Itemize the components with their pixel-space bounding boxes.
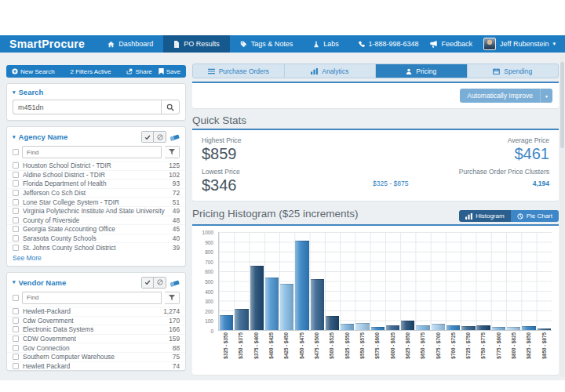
brand-logo[interactable]: SmartProcure [0, 38, 97, 50]
checkbox[interactable] [13, 295, 19, 301]
filter-list-item[interactable]: Virginia Polytechnic Institute And State… [7, 206, 185, 216]
checkbox[interactable] [13, 172, 19, 178]
scrollbar[interactable] [560, 54, 564, 377]
filter-list-item[interactable]: Electronic Data Systems166 [7, 325, 185, 334]
checkbox[interactable] [13, 149, 19, 155]
histogram-bar[interactable] [401, 321, 414, 331]
toggle-pie-chart[interactable]: Pie Chart [511, 210, 559, 222]
vendor-filter-button[interactable] [165, 292, 180, 304]
histogram-bar[interactable] [461, 326, 475, 330]
histogram-bar[interactable] [386, 325, 399, 330]
filter-list-item[interactable]: St. Johns County School District39 [7, 242, 185, 252]
checkbox[interactable] [13, 180, 19, 187]
filter-list-item[interactable]: Gov Connection88 [7, 343, 185, 352]
histogram-bar[interactable] [311, 279, 324, 330]
tab-analytics[interactable]: Analytics [284, 64, 376, 78]
checkbox[interactable] [13, 363, 19, 369]
checkbox[interactable] [13, 162, 19, 169]
histogram-bar[interactable] [447, 325, 460, 330]
histogram-bar[interactable] [522, 326, 535, 330]
filter-list-item[interactable]: Florida Department of Health93 [7, 179, 185, 188]
scrollbar-thumb[interactable] [560, 62, 564, 148]
checkbox[interactable] [13, 245, 19, 251]
filter-list-item[interactable]: Hewlett-Packard1,274 [7, 307, 185, 316]
histogram-bar[interactable] [235, 309, 248, 331]
histogram-bar[interactable] [355, 323, 369, 330]
phone-link[interactable]: 1-888-998-6348 [358, 40, 419, 48]
filter-item-count: 170 [169, 317, 180, 325]
filter-list-item[interactable]: Houston School District - TDIR125 [7, 161, 185, 170]
clear-filter-eraser-icon[interactable] [170, 132, 180, 141]
histogram-bar[interactable] [326, 316, 339, 330]
filter-list-item[interactable]: Jefferson Co Sch Dist72 [7, 188, 185, 198]
nav-item-dashboard[interactable]: Dashboard [97, 35, 163, 53]
nav-item-label: Dashboard [118, 40, 153, 48]
histogram-bar[interactable] [507, 327, 520, 330]
filter-list-item[interactable]: Georgia State Accounting Office45 [7, 224, 185, 234]
nav-item-labs[interactable]: Labs [303, 35, 349, 53]
filter-list-item[interactable]: Aldine School District - TDIR102 [7, 170, 185, 180]
tab-pricing[interactable]: Pricing [375, 64, 467, 78]
checkbox[interactable] [13, 208, 19, 214]
nav-item-po-results[interactable]: PO Results [163, 35, 230, 53]
checkbox[interactable] [13, 326, 19, 332]
nav-item-tags-notes[interactable]: Tags & Notes [230, 35, 304, 53]
histogram-bar[interactable] [371, 327, 385, 330]
save-button[interactable]: Save [159, 68, 180, 75]
checkbox[interactable] [13, 318, 19, 324]
price-clusters-range-link[interactable]: $325 - $875 [373, 180, 408, 187]
agency-find-input[interactable] [22, 146, 162, 158]
filter-list-item[interactable]: Cdw Government170 [7, 316, 185, 325]
filter-list-item[interactable]: CDW Government159 [7, 334, 185, 343]
tab-spending[interactable]: Spending [467, 64, 559, 78]
histogram-bar[interactable] [341, 324, 354, 330]
histogram-header: Pricing Histogram ($25 increments) Histo… [192, 208, 559, 224]
exclude-button[interactable] [154, 278, 166, 288]
histogram-bar[interactable] [250, 266, 264, 330]
checkbox[interactable] [13, 199, 19, 205]
exclude-button[interactable] [154, 132, 166, 142]
share-button[interactable]: Share [126, 68, 151, 75]
search-panel-header[interactable]: ▾ Search [7, 84, 185, 100]
histogram-bar[interactable] [280, 284, 293, 330]
checkbox[interactable] [13, 190, 19, 196]
new-search-button[interactable]: New Search [12, 68, 55, 75]
checkbox[interactable] [13, 226, 19, 232]
checkbox[interactable] [13, 308, 19, 314]
histogram-bar[interactable] [492, 327, 505, 330]
vendor-find-input[interactable] [22, 292, 162, 304]
checkbox[interactable] [13, 336, 19, 342]
histogram-bar[interactable] [432, 324, 445, 330]
select-all-button[interactable] [142, 278, 154, 288]
toggle-histogram[interactable]: Histogram [459, 210, 510, 222]
histogram-bar[interactable] [416, 325, 429, 330]
auto-improve-button[interactable]: Automatically Improve ▾ [460, 89, 552, 103]
histogram-bar[interactable] [220, 315, 233, 330]
search-input[interactable] [13, 100, 161, 114]
checkbox[interactable] [13, 217, 19, 223]
user-menu[interactable]: Jeff Rubenstein ▾ [483, 38, 556, 50]
clear-filter-eraser-icon[interactable] [170, 278, 180, 287]
filter-list-item[interactable]: Lone Star College System - TDIR51 [7, 197, 185, 206]
search-submit-button[interactable] [161, 100, 180, 114]
filter-list-item[interactable]: Sarasota County Schools40 [7, 234, 185, 243]
filter-list-item[interactable]: County of Riverside48 [7, 216, 185, 225]
histogram-bar[interactable] [476, 325, 490, 330]
histogram-bar[interactable] [295, 241, 308, 330]
histogram-bar[interactable] [265, 278, 279, 331]
select-all-button[interactable] [142, 132, 154, 142]
agency-panel-header[interactable]: ▾ Agency Name [7, 127, 185, 146]
histogram-bar[interactable] [538, 328, 551, 330]
checkbox[interactable] [13, 235, 19, 241]
filter-list-item[interactable]: Southern Computer Warehouse75 [7, 352, 185, 361]
tab-purchase-orders[interactable]: Purchase Orders [193, 64, 284, 78]
checkbox[interactable] [13, 354, 19, 360]
chevron-down-icon[interactable]: ▾ [540, 89, 552, 103]
checkbox[interactable] [13, 345, 19, 351]
feedback-link[interactable]: Feedback [430, 40, 473, 48]
vendor-panel-header[interactable]: ▾ Vendor Name [7, 273, 185, 292]
agency-see-more-link[interactable]: See More [7, 252, 185, 266]
filter-item-label: Sarasota County Schools [23, 234, 97, 242]
filter-list-item[interactable]: Hewlett Packard74 [7, 361, 185, 371]
agency-filter-button[interactable] [165, 146, 180, 158]
